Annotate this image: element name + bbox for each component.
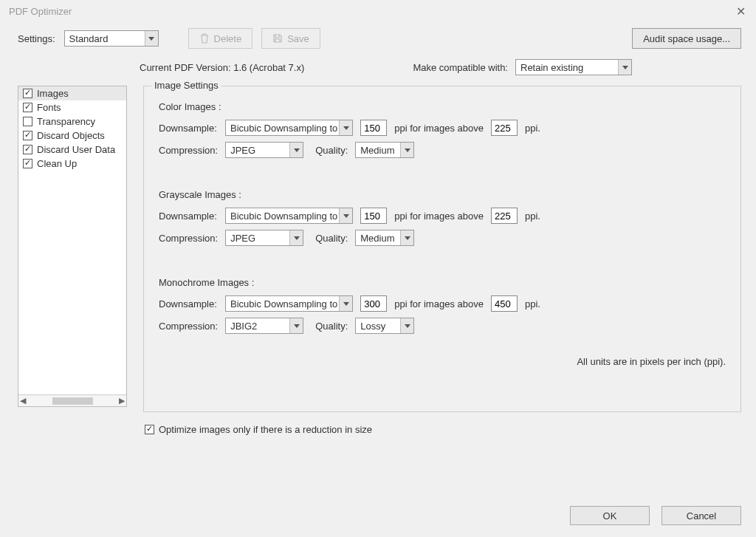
image-settings-legend: Image Settings xyxy=(151,80,221,91)
compression-value: JPEG xyxy=(230,233,255,244)
trash-icon xyxy=(199,33,210,44)
quality-select[interactable]: Medium xyxy=(355,230,414,246)
sidebar-item-label: Discard User Data xyxy=(37,144,115,155)
quality-label: Quality: xyxy=(315,145,348,156)
compat-select-value: Retain existing xyxy=(520,62,583,73)
checkbox-icon[interactable] xyxy=(23,159,32,168)
quality-select[interactable]: Lossy xyxy=(355,318,414,334)
downsample-select[interactable]: Bicubic Downsampling to xyxy=(225,208,353,224)
checkbox-icon[interactable] xyxy=(23,89,32,98)
ppi-above-input[interactable] xyxy=(491,208,518,224)
image-group: Color Images :Downsample:Bicubic Downsam… xyxy=(156,101,729,185)
compression-select[interactable]: JPEG xyxy=(225,230,303,246)
chevron-down-icon xyxy=(339,296,352,311)
ok-button-label: OK xyxy=(603,510,617,521)
ppi-suffix: ppi. xyxy=(525,211,540,222)
titlebar: PDF Optimizer ✕ xyxy=(0,0,756,22)
cancel-button-label: Cancel xyxy=(687,510,716,521)
chevron-down-icon xyxy=(289,143,303,157)
checkbox-icon[interactable] xyxy=(23,131,32,140)
audit-button-label: Audit space usage... xyxy=(643,33,730,44)
downsample-value: Bicubic Downsampling to xyxy=(230,123,337,134)
chevron-down-icon xyxy=(400,143,413,157)
chevron-down-icon xyxy=(618,60,631,75)
compression-select[interactable]: JPEG xyxy=(225,142,303,158)
downsample-label: Downsample: xyxy=(159,211,218,222)
delete-button[interactable]: Delete xyxy=(188,28,253,49)
downsample-value: Bicubic Downsampling to xyxy=(230,298,337,309)
dialog-footer: OK Cancel xyxy=(570,506,741,525)
ppi-input[interactable] xyxy=(360,120,387,136)
scroll-right-arrow-icon[interactable]: ▶ xyxy=(119,396,125,406)
settings-label: Settings: xyxy=(18,33,55,44)
ppi-input[interactable] xyxy=(360,208,387,224)
chevron-down-icon xyxy=(339,208,352,223)
sidebar-item-transparency[interactable]: Transparency xyxy=(18,114,126,129)
sidebar-item-discard-user-data[interactable]: Discard User Data xyxy=(18,143,126,157)
settings-select[interactable]: Standard xyxy=(64,30,159,47)
version-row: Current PDF Version: 1.6 (Acrobat 7.x) M… xyxy=(0,55,756,86)
ok-button[interactable]: OK xyxy=(570,506,650,525)
ppi-input[interactable] xyxy=(360,295,387,312)
image-group: Monochrome Images :Downsample:Bicubic Do… xyxy=(156,277,729,334)
ppi-above-input[interactable] xyxy=(491,120,518,136)
checkbox-icon[interactable] xyxy=(23,103,32,112)
sidebar-item-discard-objects[interactable]: Discard Objects xyxy=(18,129,126,143)
checkbox-icon[interactable] xyxy=(23,145,32,154)
category-list: ImagesFontsTransparencyDiscard ObjectsDi… xyxy=(18,86,127,407)
sidebar-scrollbar[interactable]: ◀ ▶ xyxy=(18,394,126,406)
optimize-checkbox-label: Optimize images only if there is a reduc… xyxy=(159,424,372,435)
group-title: Monochrome Images : xyxy=(159,277,729,288)
optimize-only-if-reduction-checkbox[interactable]: Optimize images only if there is a reduc… xyxy=(145,424,741,435)
audit-space-usage-button[interactable]: Audit space usage... xyxy=(632,28,741,49)
compression-select[interactable]: JBIG2 xyxy=(225,318,303,334)
sidebar-item-images[interactable]: Images xyxy=(18,86,126,100)
group-title: Color Images : xyxy=(159,101,729,112)
quality-value: Lossy xyxy=(360,321,385,332)
downsample-select[interactable]: Bicubic Downsampling to xyxy=(225,120,353,136)
quality-label: Quality: xyxy=(315,321,348,332)
quality-select[interactable]: Medium xyxy=(355,142,414,158)
downsample-label: Downsample: xyxy=(159,298,218,309)
ppi-above-label: ppi for images above xyxy=(394,298,484,309)
sidebar-item-fonts[interactable]: Fonts xyxy=(18,100,126,114)
compression-label: Compression: xyxy=(159,233,218,244)
sidebar-item-label: Transparency xyxy=(37,116,95,127)
top-toolbar: Settings: Standard Delete Save Audit spa… xyxy=(0,22,756,55)
ppi-above-input[interactable] xyxy=(491,295,518,312)
sidebar-item-label: Clean Up xyxy=(37,158,77,169)
chevron-down-icon xyxy=(339,120,352,135)
ppi-suffix: ppi. xyxy=(525,123,540,134)
sidebar-item-clean-up[interactable]: Clean Up xyxy=(18,157,126,171)
window-title: PDF Optimizer xyxy=(9,6,72,17)
chevron-down-icon xyxy=(145,31,158,46)
compression-value: JBIG2 xyxy=(230,321,257,332)
delete-button-label: Delete xyxy=(214,33,242,44)
chevron-down-icon xyxy=(400,230,413,245)
compat-select[interactable]: Retain existing xyxy=(515,59,632,75)
checkbox-icon xyxy=(145,425,154,434)
ppi-above-label: ppi for images above xyxy=(394,211,484,222)
group-title: Grayscale Images : xyxy=(159,189,729,200)
sidebar-item-label: Images xyxy=(37,88,69,99)
pdf-optimizer-window: { "title": "PDF Optimizer", "toolbar": {… xyxy=(0,0,756,537)
save-button-label: Save xyxy=(287,33,309,44)
close-icon[interactable]: ✕ xyxy=(732,4,750,18)
compression-label: Compression: xyxy=(159,145,218,156)
image-settings-panel: Image Settings Color Images :Downsample:… xyxy=(143,86,741,412)
checkbox-icon[interactable] xyxy=(23,117,32,126)
sidebar-item-label: Fonts xyxy=(37,102,61,113)
chevron-down-icon xyxy=(289,230,303,245)
save-button[interactable]: Save xyxy=(261,28,320,49)
compression-label: Compression: xyxy=(159,321,218,332)
downsample-label: Downsample: xyxy=(159,123,218,134)
ppi-suffix: ppi. xyxy=(525,298,540,309)
cancel-button[interactable]: Cancel xyxy=(662,506,741,525)
scroll-left-arrow-icon[interactable]: ◀ xyxy=(20,396,26,406)
scroll-thumb[interactable] xyxy=(52,397,93,405)
downsample-select[interactable]: Bicubic Downsampling to xyxy=(225,295,353,312)
current-version-label: Current PDF Version: 1.6 (Acrobat 7.x) xyxy=(140,62,304,73)
save-disk-icon xyxy=(272,33,283,44)
chevron-down-icon xyxy=(289,318,303,333)
category-sidebar: ImagesFontsTransparencyDiscard ObjectsDi… xyxy=(18,86,127,435)
